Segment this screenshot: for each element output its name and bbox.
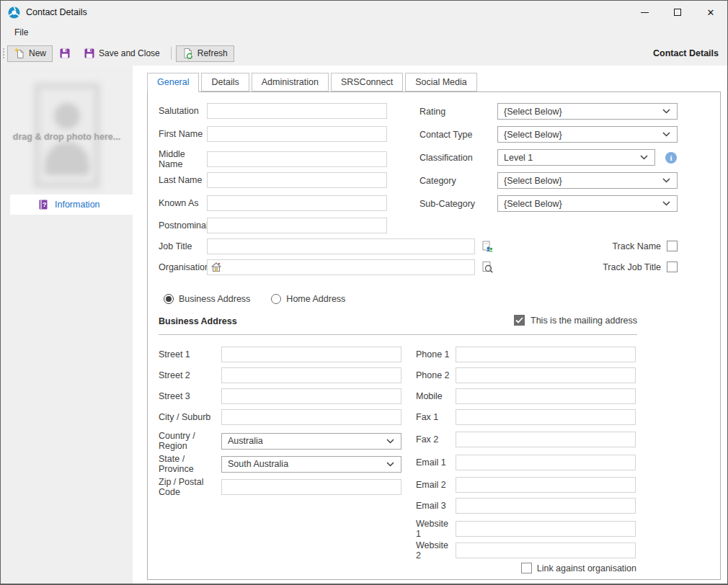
city-suburb-input[interactable]: [221, 409, 401, 425]
email-1-input[interactable]: [456, 455, 636, 470]
zip-postal-code-label: Zip / Postal Code: [159, 477, 221, 497]
country-region-select[interactable]: Australia: [221, 433, 401, 450]
sub-category-select[interactable]: {Select Below}: [497, 195, 678, 212]
chevron-down-icon: [662, 109, 670, 114]
tab-social-media[interactable]: Social Media: [405, 73, 477, 91]
new-button[interactable]: New: [7, 45, 53, 62]
save-and-close-label: Save and Close: [99, 48, 160, 58]
fax-2-input[interactable]: [456, 432, 636, 447]
street-2-input[interactable]: [221, 367, 401, 383]
middle-name-input[interactable]: [207, 151, 387, 167]
postnominals-label: Postnominals: [159, 220, 207, 231]
tab-srsconnect[interactable]: SRSConnect: [331, 73, 403, 91]
chevron-down-icon: [640, 155, 648, 160]
close-icon: ✕: [707, 8, 715, 17]
organisation-search-icon[interactable]: [481, 261, 494, 274]
tab-administration[interactable]: Administration: [252, 73, 329, 91]
mailing-address-checkbox[interactable]: [514, 315, 525, 326]
toolbar: New Save and Close: [1, 41, 727, 66]
zip-postal-code-input[interactable]: [221, 479, 401, 495]
minimize-icon: [641, 12, 649, 13]
job-title-lookup-icon[interactable]: [481, 240, 494, 253]
street-3-input[interactable]: [221, 388, 401, 404]
tab-general[interactable]: General: [147, 73, 199, 92]
email-1-label: Email 1: [416, 457, 456, 468]
city-suburb-label: City / Suburb: [159, 412, 221, 422]
phone-1-input[interactable]: [456, 347, 636, 362]
classification-label: Classification: [420, 153, 497, 163]
chevron-down-icon: [386, 462, 394, 467]
save-and-close-button[interactable]: Save and Close: [77, 45, 167, 62]
street-1-label: Street 1: [159, 349, 221, 360]
track-job-title-label: Track Job Title: [603, 262, 661, 272]
maximize-button[interactable]: [661, 1, 694, 24]
phone-1-label: Phone 1: [416, 349, 456, 360]
contact-type-select[interactable]: {Select Below}: [497, 126, 678, 143]
website-1-input[interactable]: [456, 521, 636, 537]
sidebar-item-label: Information: [55, 200, 100, 210]
home-address-radio[interactable]: [271, 294, 281, 304]
email-3-label: Email 3: [416, 501, 456, 511]
classification-select[interactable]: Level 1: [497, 149, 655, 166]
known-as-input[interactable]: [207, 195, 387, 211]
save-button[interactable]: [53, 45, 77, 62]
job-title-input[interactable]: [207, 238, 475, 254]
contact-type-label: Contact Type: [420, 130, 497, 140]
phone-2-input[interactable]: [456, 367, 636, 383]
link-against-organisation-label: Link against organisation: [537, 563, 636, 573]
chevron-down-icon: [662, 201, 670, 206]
track-job-title-checkbox[interactable]: [667, 262, 678, 272]
chevron-down-icon: [662, 178, 670, 183]
street-2-label: Street 2: [159, 370, 221, 380]
category-label: Category: [420, 176, 497, 186]
email-2-label: Email 2: [416, 480, 456, 490]
known-as-label: Known As: [159, 198, 207, 208]
country-region-label: Country / Region: [159, 431, 221, 451]
first-name-label: First Name: [159, 129, 207, 139]
website-2-label: Website 2: [416, 540, 456, 561]
track-name-checkbox[interactable]: [667, 241, 678, 251]
last-name-label: Last Name: [159, 175, 207, 185]
email-3-input[interactable]: [456, 498, 636, 514]
general-tab-panel: Salutation First Name Middle Name Last N…: [147, 91, 721, 580]
address-section-title: Business Address: [159, 316, 237, 326]
fax-2-label: Fax 2: [416, 434, 456, 445]
postnominals-input[interactable]: [207, 218, 387, 233]
sidebar-item-information[interactable]: ? Information: [10, 195, 133, 215]
phone-2-label: Phone 2: [416, 370, 456, 380]
classification-info-icon[interactable]: i: [665, 151, 678, 164]
mailing-address-label: This is the mailing address: [531, 316, 637, 326]
first-name-input[interactable]: [207, 126, 387, 142]
middle-name-label: Middle Name: [159, 149, 207, 169]
state-province-select[interactable]: South Australia: [221, 456, 401, 473]
rating-select[interactable]: {Select Below}: [497, 103, 678, 120]
link-against-organisation-checkbox[interactable]: [521, 563, 532, 573]
street-1-input[interactable]: [221, 347, 401, 362]
rating-label: Rating: [420, 107, 497, 117]
toolbar-grip[interactable]: [3, 48, 4, 58]
organisation-label: Organisation: [159, 262, 207, 272]
minimize-button[interactable]: [628, 1, 661, 24]
refresh-label: Refresh: [197, 48, 228, 58]
contact-details-window: Contact Details ✕ File New: [0, 0, 728, 585]
photo-drop-hint: drag & drop photo here...: [1, 132, 133, 142]
tab-details[interactable]: Details: [201, 73, 249, 91]
title-bar: Contact Details ✕: [1, 1, 727, 24]
mobile-input[interactable]: [456, 388, 636, 404]
close-button[interactable]: ✕: [694, 1, 727, 24]
organisation-input[interactable]: [207, 259, 475, 275]
salutation-input[interactable]: [207, 103, 387, 119]
file-menu[interactable]: File: [10, 25, 32, 40]
refresh-button[interactable]: Refresh: [176, 45, 234, 62]
fax-1-input[interactable]: [456, 409, 636, 425]
sidebar: drag & drop photo here... ? Information: [1, 66, 133, 584]
last-name-input[interactable]: [207, 172, 387, 188]
window-title: Contact Details: [26, 7, 87, 17]
website-2-input[interactable]: [456, 542, 636, 558]
svg-text:i: i: [670, 153, 672, 162]
photo-drop-zone[interactable]: drag & drop photo here...: [1, 81, 133, 197]
category-select[interactable]: {Select Below}: [497, 172, 678, 189]
chevron-down-icon: [662, 132, 670, 137]
email-2-input[interactable]: [456, 477, 636, 493]
business-address-radio[interactable]: [164, 294, 174, 304]
